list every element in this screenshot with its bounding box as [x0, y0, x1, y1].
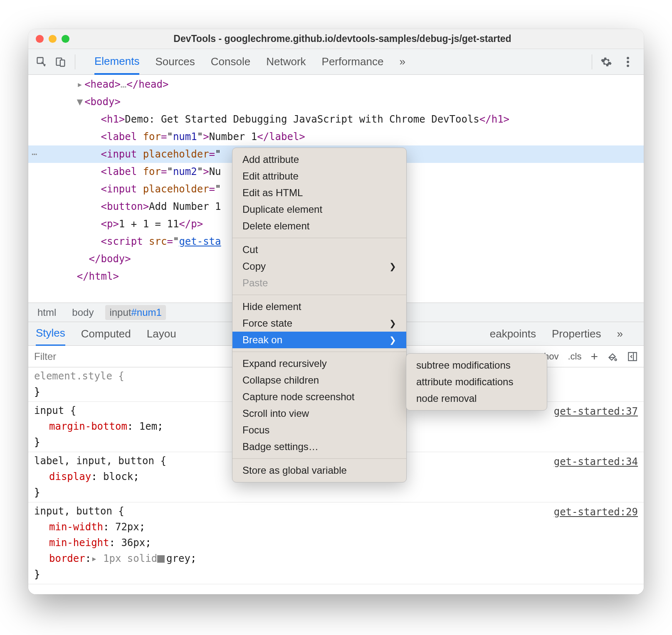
context-menu-item[interactable]: Collapse children	[232, 372, 406, 389]
inspect-element-icon[interactable]	[34, 54, 49, 69]
toolbar-separator	[592, 54, 592, 69]
dom-tree-node[interactable]: <label for="num1">Number 1</label>	[28, 128, 644, 145]
dom-tree-node[interactable]: ▼<body>	[28, 93, 644, 111]
main-toolbar: Elements Sources Console Network Perform…	[28, 49, 644, 75]
css-source-link[interactable]: get-started:34	[554, 454, 638, 470]
submenu-arrow-icon: ❯	[389, 318, 396, 328]
breadcrumb-item[interactable]: input#num1	[105, 305, 166, 320]
paint-bucket-icon[interactable]	[607, 351, 618, 362]
tab-performance[interactable]: Performance	[322, 49, 384, 75]
context-menu-item[interactable]: Focus	[232, 422, 406, 438]
toolbar-separator	[75, 54, 75, 69]
computed-panel-toggle-icon[interactable]	[627, 351, 638, 362]
zoom-window-button[interactable]	[62, 35, 69, 43]
cls-toggle[interactable]: .cls	[568, 351, 581, 362]
context-menu-separator	[232, 458, 406, 459]
context-menu-item[interactable]: Copy❯	[232, 258, 406, 275]
settings-gear-icon[interactable]	[599, 54, 614, 69]
svg-rect-6	[628, 352, 637, 361]
submenu-item[interactable]: attribute modifications	[406, 374, 547, 390]
context-menu-item[interactable]: Badge settings…	[232, 438, 406, 455]
context-menu-item[interactable]: Add attribute	[232, 151, 406, 168]
context-menu-item[interactable]: Scroll into view	[232, 405, 406, 422]
tab-network[interactable]: Network	[266, 49, 306, 75]
context-menu-item[interactable]: Delete element	[232, 218, 406, 234]
submenu-item[interactable]: subtree modifications	[406, 357, 547, 374]
panel-tab-strip: Elements Sources Console Network Perform…	[84, 49, 583, 75]
breadcrumb-item[interactable]: body	[68, 305, 98, 320]
more-tabs-chevron-icon[interactable]: »	[399, 55, 405, 68]
context-menu-item[interactable]: Capture node screenshot	[232, 389, 406, 405]
new-style-rule-icon[interactable]: +	[590, 349, 598, 364]
submenu-arrow-icon: ❯	[389, 261, 396, 271]
subtab-styles[interactable]: Styles	[36, 322, 65, 346]
context-menu-item[interactable]: Expand recursively	[232, 355, 406, 372]
context-menu-item[interactable]: Store as global variable	[232, 462, 406, 479]
context-menu-item[interactable]: Force state❯	[232, 315, 406, 332]
css-source-link[interactable]: get-started:37	[554, 404, 638, 419]
tab-elements[interactable]: Elements	[94, 49, 139, 75]
dom-tree-node[interactable]: <h1>Demo: Get Started Debugging JavaScri…	[28, 111, 644, 128]
context-menu-item[interactable]: Cut	[232, 241, 406, 258]
device-toolbar-icon[interactable]	[53, 54, 68, 69]
svg-point-4	[627, 61, 629, 63]
context-menu-item[interactable]: Edit as HTML	[232, 185, 406, 201]
context-menu-separator	[232, 295, 406, 295]
break-on-submenu: subtree modificationsattribute modificat…	[406, 353, 547, 411]
subtab-properties[interactable]: Properties	[552, 322, 601, 346]
context-menu-item[interactable]: Break on❯	[232, 332, 406, 348]
more-subtabs-chevron-icon[interactable]: »	[617, 327, 623, 340]
subtab-layout[interactable]: Layou	[147, 322, 176, 346]
subtab-computed[interactable]: Computed	[81, 322, 131, 346]
dom-context-menu: Add attributeEdit attributeEdit as HTMLD…	[232, 148, 407, 482]
tab-console[interactable]: Console	[211, 49, 250, 75]
context-menu-item[interactable]: Duplicate element	[232, 201, 406, 218]
context-menu-separator	[232, 352, 406, 352]
context-menu-item[interactable]: Edit attribute	[232, 168, 406, 185]
window-titlebar: DevTools - googlechrome.github.io/devtoo…	[28, 29, 644, 49]
submenu-arrow-icon: ❯	[389, 335, 396, 345]
context-menu-item[interactable]: Hide element	[232, 298, 406, 315]
css-source-link[interactable]: get-started:29	[554, 504, 638, 520]
svg-point-3	[627, 57, 629, 59]
minimize-window-button[interactable]	[49, 35, 57, 43]
traffic-lights	[36, 35, 69, 43]
svg-rect-2	[60, 60, 65, 66]
breadcrumb-item[interactable]: html	[33, 305, 60, 320]
kebab-menu-icon[interactable]	[620, 54, 635, 69]
window-title: DevTools - googlechrome.github.io/devtoo…	[69, 33, 636, 44]
subtab-breakpoints[interactable]: eakpoints	[490, 322, 536, 346]
close-window-button[interactable]	[36, 35, 44, 43]
css-rule[interactable]: input, button {get-started:29min-width: …	[28, 502, 644, 584]
context-menu-separator	[232, 238, 406, 238]
svg-point-5	[627, 64, 629, 67]
tab-sources[interactable]: Sources	[155, 49, 195, 75]
dom-tree-node[interactable]: ▸<head>…</head>	[28, 76, 644, 93]
context-menu-item: Paste	[232, 275, 406, 291]
submenu-item[interactable]: node removal	[406, 390, 547, 407]
